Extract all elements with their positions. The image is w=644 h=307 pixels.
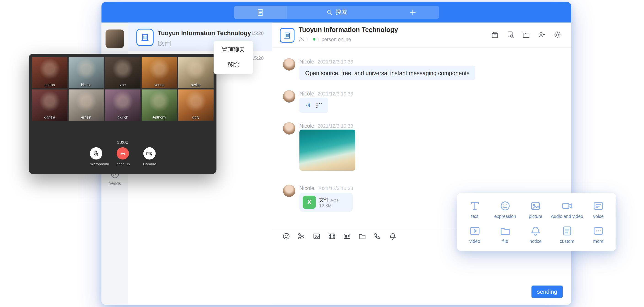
participant-name: aldrich — [105, 115, 140, 119]
microphone-button[interactable]: microphone — [90, 147, 102, 166]
excel-icon: X — [303, 196, 316, 209]
chat-company-avatar — [280, 28, 294, 43]
microphone-label: microphone — [90, 162, 102, 166]
camera-off-icon — [146, 150, 153, 157]
mic-off-icon — [92, 150, 100, 157]
avatar[interactable] — [283, 90, 295, 103]
expression-icon — [500, 200, 511, 212]
chat-header: Tuoyun Information Technology 1 1 person… — [272, 23, 571, 48]
message-type-popover: text expression picture Audio and video … — [457, 193, 616, 251]
popover-item-custom[interactable]: custom — [551, 222, 583, 247]
film-icon[interactable] — [328, 232, 336, 240]
context-menu: 置顶聊天 移除 — [214, 41, 253, 74]
popover-item-text[interactable]: text — [460, 197, 490, 222]
search-bar: 搜索 — [234, 6, 439, 19]
participant-tile: Nicole — [68, 57, 104, 88]
participant-tile: patton — [32, 57, 67, 88]
camera-button[interactable]: Camera — [143, 147, 156, 166]
voice-lines-icon — [592, 200, 604, 212]
settings-icon[interactable] — [553, 31, 562, 39]
popover-item-voice[interactable]: voice — [583, 197, 614, 222]
bell-icon[interactable] — [388, 232, 397, 240]
avatar[interactable] — [283, 185, 295, 197]
avatar[interactable] — [283, 58, 295, 71]
search-input[interactable]: 搜索 — [287, 6, 386, 19]
file-ext: .excel — [330, 198, 340, 202]
menu-item-remove[interactable]: 移除 — [214, 57, 253, 72]
notice-bell-icon — [530, 225, 541, 237]
participant-grid: patton Nicole zoe venus stellar danika e… — [32, 57, 214, 121]
conversation-title: Tuoyun Information Technology — [158, 29, 251, 36]
message-meta: Nicole2021/12/3 10:33 — [299, 123, 353, 129]
file-folder-icon — [500, 225, 511, 237]
participant-name: stellar — [178, 83, 213, 87]
folder-icon[interactable] — [358, 232, 366, 240]
author-name: Nicole — [299, 185, 314, 191]
voice-message[interactable]: 9`` — [299, 97, 328, 113]
top-bar: 搜索 — [102, 2, 572, 23]
author-name: Nicole — [299, 91, 314, 97]
contact-card-icon[interactable] — [343, 232, 351, 240]
my-avatar[interactable] — [106, 29, 124, 48]
participant-name: danika — [32, 115, 67, 119]
participant-name: patton — [32, 83, 67, 87]
popover-item-file[interactable]: file — [490, 222, 520, 247]
text-message: Open source, free, and universal instant… — [299, 65, 475, 80]
conversation-preview: [文件] — [158, 40, 172, 47]
add-button[interactable] — [386, 6, 439, 19]
video-play-icon — [469, 225, 480, 237]
video-call-overlay: patton Nicole zoe venus stellar danika e… — [29, 54, 216, 174]
send-button[interactable]: sending — [532, 286, 562, 298]
participant-tile: zoe — [105, 57, 140, 88]
message-time: 2021/12/3 10:33 — [318, 59, 353, 65]
add-member-icon[interactable] — [538, 31, 546, 39]
popover-item-video[interactable]: video — [460, 222, 490, 247]
phone-icon[interactable] — [373, 232, 382, 240]
file-size: 12.8M — [319, 203, 332, 208]
menu-item-pin-chat[interactable]: 置顶聊天 — [214, 43, 253, 57]
ballot-icon[interactable] — [491, 31, 499, 39]
author-name: Nicole — [299, 123, 314, 129]
chat-header-actions — [491, 31, 562, 39]
participant-tile: ernest — [68, 89, 104, 121]
chat-title: Tuoyun Information Technology — [299, 26, 398, 33]
message-time: 2021/12/3 10:33 — [318, 91, 353, 97]
participant-name: zoe — [105, 83, 140, 87]
group-folder-icon[interactable] — [522, 31, 530, 39]
popover-item-picture[interactable]: picture — [520, 197, 551, 222]
avatar[interactable] — [283, 122, 295, 135]
participant-tile: stellar — [178, 57, 213, 88]
popover-item-more[interactable]: more — [583, 222, 614, 247]
building-icon — [140, 33, 150, 42]
online-dot — [313, 38, 315, 41]
picture-icon — [530, 200, 541, 212]
voice-duration: 9`` — [315, 102, 322, 108]
create-note-button[interactable] — [234, 6, 287, 19]
image-message[interactable] — [299, 130, 355, 171]
member-count: 1 — [306, 36, 309, 42]
participant-name: ernest — [68, 115, 104, 119]
participant-tile: venus — [142, 57, 177, 88]
trends-label: trends — [102, 181, 128, 186]
participant-tile: aldrich — [105, 89, 140, 121]
hang-up-button[interactable]: hang up — [116, 147, 129, 166]
image-icon[interactable] — [312, 232, 321, 240]
custom-doc-icon — [561, 225, 573, 237]
call-controls: microphone hang up Camera — [29, 147, 216, 166]
popover-item-audio-video[interactable]: Audio and video — [551, 197, 583, 222]
message-time: 2021/12/3 10:33 — [318, 186, 353, 191]
emoji-icon[interactable] — [282, 232, 290, 240]
author-name: Nicole — [299, 59, 314, 65]
popover-item-notice[interactable]: notice — [520, 222, 551, 247]
message-meta: Nicole2021/12/3 10:33 — [299, 91, 353, 97]
message-time: 2021/12/3 10:33 — [318, 123, 353, 129]
file-message[interactable]: X 文件.excel 12.8M — [299, 193, 353, 212]
scissors-icon[interactable] — [297, 232, 306, 240]
search-history-icon[interactable] — [506, 31, 514, 39]
hang-up-icon — [119, 150, 126, 157]
popover-item-expression[interactable]: expression — [490, 197, 520, 222]
message-meta: Nicole2021/12/3 10:33 — [299, 185, 353, 191]
hang-up-label: hang up — [116, 162, 129, 166]
conversation-time: 15:20 — [251, 55, 264, 61]
page: 搜索 trends — [0, 0, 644, 307]
